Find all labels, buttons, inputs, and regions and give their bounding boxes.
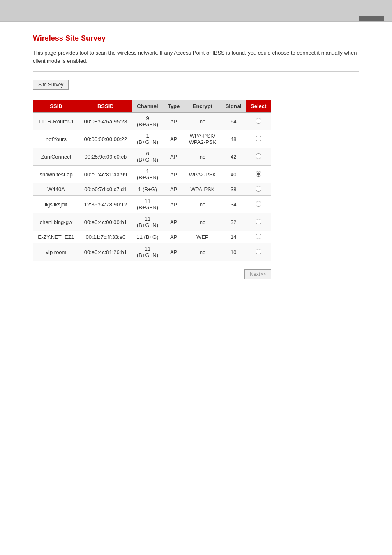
cell-channel: 11(B+G+N) (132, 196, 163, 213)
cell-ssid: chenlibing-gw (33, 213, 79, 231)
cell-type: AP (163, 113, 184, 130)
cell-signal: 48 (221, 130, 246, 148)
cell-type: AP (163, 148, 184, 166)
table-body: 1T1R-Router-100:08:54:6a:95:289(B+G+N)AP… (33, 113, 271, 261)
cell-encrypt: no (184, 113, 221, 130)
table-wrapper: SSID BSSID Channel Type Encrypt Signal S… (33, 100, 359, 279)
cell-channel: 9(B+G+N) (132, 113, 163, 130)
cell-type: AP (163, 231, 184, 243)
table-row: lkjslfksjdlf12:36:54:78:90:1211(B+G+N)AP… (33, 196, 271, 213)
table-row: W440A00:e0:7d:c0:c7:d11 (B+G)APWPA-PSK38 (33, 183, 271, 196)
page-description: This page provides tool to scan the wire… (33, 49, 359, 65)
cell-channel: 6(B+G+N) (132, 148, 163, 166)
cell-signal: 14 (221, 231, 246, 243)
cell-bssid: 00:25:9c:09:c0:cb (79, 148, 132, 166)
cell-signal: 32 (221, 213, 246, 231)
table-row: chenlibing-gw00:e0:4c:00:00:b111(B+G+N)A… (33, 213, 271, 231)
col-bssid: BSSID (79, 100, 132, 113)
cell-encrypt: no (184, 213, 221, 231)
cell-signal: 10 (221, 243, 246, 261)
top-bar (0, 0, 392, 21)
cell-encrypt: WPA-PSK/WPA2-PSK (184, 130, 221, 148)
cell-select[interactable] (246, 166, 271, 183)
cell-type: AP (163, 183, 184, 196)
cell-ssid: 1T1R-Router-1 (33, 113, 79, 130)
radio-button[interactable] (256, 201, 261, 207)
cell-type: AP (163, 243, 184, 261)
cell-select[interactable] (246, 196, 271, 213)
cell-bssid: 00:08:54:6a:95:28 (79, 113, 132, 130)
cell-encrypt: WPA2-PSK (184, 166, 221, 183)
table-row: 1T1R-Router-100:08:54:6a:95:289(B+G+N)AP… (33, 113, 271, 130)
col-channel: Channel (132, 100, 163, 113)
cell-channel: 1(B+G+N) (132, 130, 163, 148)
table-row: E-ZY.NET_EZ100:11:7c:ff:33:e011 (B+G)APW… (33, 231, 271, 243)
cell-signal: 42 (221, 148, 246, 166)
radio-button[interactable] (256, 186, 261, 192)
cell-signal: 64 (221, 113, 246, 130)
page-title: Wireless Site Survey (33, 34, 359, 43)
cell-encrypt: no (184, 148, 221, 166)
col-ssid: SSID (33, 100, 79, 113)
cell-select[interactable] (246, 148, 271, 166)
table-row: ZuniConnect00:25:9c:09:c0:cb6(B+G+N)APno… (33, 148, 271, 166)
cell-ssid: lkjslfksjdlf (33, 196, 79, 213)
next-btn-wrapper: Next>> (33, 269, 271, 279)
desc-divider (33, 71, 359, 72)
cell-channel: 11(B+G+N) (132, 243, 163, 261)
next-button[interactable]: Next>> (244, 269, 271, 279)
cell-ssid: E-ZY.NET_EZ1 (33, 231, 79, 243)
table-row: shawn test ap00:e0:4c:81:aa:991(B+G+N)AP… (33, 166, 271, 183)
col-select: Select (246, 100, 271, 113)
network-table: SSID BSSID Channel Type Encrypt Signal S… (33, 100, 271, 261)
cell-type: AP (163, 130, 184, 148)
table-row: vip room00:e0:4c:81:26:b111(B+G+N)APno10 (33, 243, 271, 261)
content: Wireless Site Survey This page provides … (0, 22, 392, 291)
radio-button[interactable] (256, 171, 261, 177)
cell-signal: 38 (221, 183, 246, 196)
col-signal: Signal (221, 100, 246, 113)
cell-select[interactable] (246, 130, 271, 148)
cell-bssid: 00:11:7c:ff:33:e0 (79, 231, 132, 243)
col-encrypt: Encrypt (184, 100, 221, 113)
cell-ssid: ZuniConnect (33, 148, 79, 166)
cell-channel: 11(B+G+N) (132, 213, 163, 231)
cell-channel: 1 (B+G) (132, 183, 163, 196)
cell-signal: 40 (221, 166, 246, 183)
cell-channel: 1(B+G+N) (132, 166, 163, 183)
table-header-row: SSID BSSID Channel Type Encrypt Signal S… (33, 100, 271, 113)
radio-button[interactable] (256, 118, 261, 124)
cell-type: AP (163, 196, 184, 213)
cell-select[interactable] (246, 231, 271, 243)
cell-ssid: vip room (33, 243, 79, 261)
radio-button[interactable] (256, 249, 261, 254)
site-survey-button[interactable]: Site Survey (33, 80, 69, 90)
cell-select[interactable] (246, 213, 271, 231)
cell-signal: 34 (221, 196, 246, 213)
cell-ssid: shawn test ap (33, 166, 79, 183)
cell-type: AP (163, 213, 184, 231)
cell-encrypt: WPA-PSK (184, 183, 221, 196)
radio-button[interactable] (256, 234, 261, 239)
top-bar-tab (359, 16, 384, 21)
cell-bssid: 00:00:00:00:00:22 (79, 130, 132, 148)
cell-bssid: 00:e0:4c:81:26:b1 (79, 243, 132, 261)
table-row: notYours00:00:00:00:00:221(B+G+N)APWPA-P… (33, 130, 271, 148)
cell-bssid: 00:e0:7d:c0:c7:d1 (79, 183, 132, 196)
radio-button[interactable] (256, 153, 261, 159)
cell-ssid: notYours (33, 130, 79, 148)
cell-encrypt: WEP (184, 231, 221, 243)
cell-select[interactable] (246, 243, 271, 261)
cell-bssid: 00:e0:4c:81:aa:99 (79, 166, 132, 183)
radio-button[interactable] (256, 219, 261, 224)
cell-encrypt: no (184, 243, 221, 261)
cell-bssid: 00:e0:4c:00:00:b1 (79, 213, 132, 231)
cell-select[interactable] (246, 183, 271, 196)
cell-channel: 11 (B+G) (132, 231, 163, 243)
cell-encrypt: no (184, 196, 221, 213)
radio-button[interactable] (256, 136, 261, 141)
cell-select[interactable] (246, 113, 271, 130)
cell-bssid: 12:36:54:78:90:12 (79, 196, 132, 213)
cell-ssid: W440A (33, 183, 79, 196)
cell-type: AP (163, 166, 184, 183)
